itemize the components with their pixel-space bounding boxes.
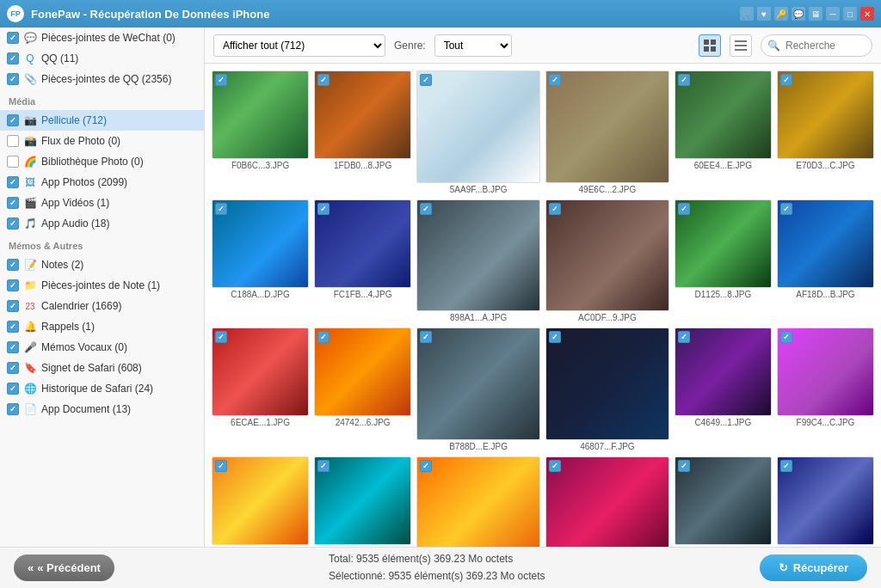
sidebar-checkbox-qq[interactable] [7,52,19,64]
photo-cell-p18[interactable]: ✓F99C4...C.JPG [777,328,874,451]
photo-checkbox-p1[interactable]: ✓ [215,74,227,86]
chat-button[interactable]: 💬 [792,7,805,21]
sidebar-item-signet[interactable]: 🔖 Signet de Safari (608) [0,358,204,378]
sidebar-checkbox-flux[interactable] [7,135,19,147]
photo-cell-p1[interactable]: ✓F0B6C...3.JPG [212,70,309,194]
min-button[interactable]: ─ [826,7,840,21]
sidebar-item-pellicule[interactable]: 📷 Pellicule (712) [0,110,204,131]
photo-cell-p12[interactable]: ✓AF18D...B.JPG [777,199,874,323]
photo-checkbox-p8[interactable]: ✓ [317,203,330,215]
photo-checkbox-p7[interactable]: ✓ [215,203,227,215]
photo-checkbox-p23[interactable]: ✓ [678,460,690,472]
photo-checkbox-p19[interactable]: ✓ [215,460,227,472]
sidebar-checkbox-signet[interactable] [7,362,19,374]
photo-checkbox-p3[interactable]: ✓ [420,74,432,86]
photo-checkbox-p16[interactable]: ✓ [549,331,561,343]
photo-checkbox-p14[interactable]: ✓ [317,331,330,343]
photo-checkbox-p6[interactable]: ✓ [780,74,792,86]
sidebar-checkbox-qq-attach[interactable] [7,73,19,85]
grid-view-button[interactable] [699,34,721,57]
sidebar-item-app-audio[interactable]: 🎵 App Audio (18) [0,213,204,234]
sidebar-checkbox-pellicule[interactable] [7,114,19,126]
photo-checkbox-p18[interactable]: ✓ [780,331,792,343]
photo-cell-p6[interactable]: ✓E70D3...C.JPG [777,70,874,194]
store-button[interactable]: ♥ [757,7,771,21]
photo-label-p17: C4649...1.JPG [675,418,772,427]
sidebar-item-calendrier[interactable]: 23 Calendrier (1669) [0,296,204,316]
photo-checkbox-p20[interactable]: ✓ [317,460,330,472]
sidebar-checkbox-cal[interactable] [7,300,19,312]
sidebar-item-app-doc[interactable]: 📄 App Document (13) [0,399,204,420]
sidebar-item-app-videos[interactable]: 🎬 App Vidéos (1) [0,193,204,213]
display-select[interactable]: Afficher tout (712) [213,34,385,57]
photo-checkbox-p9[interactable]: ✓ [420,203,432,215]
photo-cell-p10[interactable]: ✓AC0DF...9.JPG [545,199,669,323]
photo-cell-p24[interactable]: ✓6C352...B.JPG [777,456,874,547]
photo-checkbox-p12[interactable]: ✓ [780,203,792,215]
sidebar-checkbox-app-photos[interactable] [7,176,19,188]
photo-checkbox-p15[interactable]: ✓ [420,331,432,343]
photo-cell-p5[interactable]: ✓60EE4...E.JPG [675,70,772,194]
photo-cell-p11[interactable]: ✓D1125...8.JPG [675,199,772,323]
photo-cell-p21[interactable]: ✓176FF...A.JPG [416,456,540,547]
sidebar-item-qq-attach[interactable]: 📎 Pièces-jointes de QQ (2356) [0,69,204,89]
photo-cell-p8[interactable]: ✓FC1FB...4.JPG [314,199,411,323]
photo-checkbox-p5[interactable]: ✓ [678,74,690,86]
sidebar-item-flux-photo[interactable]: 📸 Flux de Photo (0) [0,131,204,151]
photo-cell-p4[interactable]: ✓49E6C...2.JPG [545,70,669,194]
sidebar-checkbox-rappels[interactable] [7,321,19,333]
sidebar-checkbox-notes[interactable] [7,259,19,271]
photo-cell-p9[interactable]: ✓898A1...A.JPG [416,199,540,323]
sidebar-checkbox-biblio[interactable] [7,156,19,168]
photo-cell-p22[interactable]: ✓B3047...B.JPG [545,456,669,547]
sidebar-item-wechat[interactable]: 💬 Pièces-jointes de WeChat (0) [0,28,204,48]
genre-select[interactable]: Tout Photos Vidéos [434,34,512,57]
sidebar-item-app-photos[interactable]: 🖼 App Photos (2099) [0,172,204,193]
sidebar-checkbox-app-audio[interactable] [7,217,19,230]
monitor-button[interactable]: 🖥 [809,7,822,21]
photo-cell-p2[interactable]: ✓1FDB0...8.JPG [314,70,411,194]
photo-cell-p15[interactable]: ✓B788D...E.JPG [416,328,540,451]
sidebar-checkbox-app-videos[interactable] [7,197,19,209]
sidebar-label-wechat: Pièces-jointes de WeChat (0) [41,32,176,44]
photo-checkbox-p11[interactable]: ✓ [678,203,690,215]
recover-button[interactable]: ↻ Récupérer [760,554,867,581]
photo-cell-p19[interactable]: ✓C70D6...1.JPG [212,456,309,547]
sidebar-checkbox-app-doc[interactable] [7,403,19,415]
photo-checkbox-p22[interactable]: ✓ [549,460,561,472]
search-input[interactable] [761,34,872,57]
sidebar-item-historique[interactable]: 🌐 Historique de Safari (24) [0,378,204,399]
photo-cell-p17[interactable]: ✓C4649...1.JPG [675,328,772,451]
photo-cell-p16[interactable]: ✓46807...F.JPG [545,328,669,451]
key-button[interactable]: 🔑 [774,7,788,21]
sidebar-item-notes[interactable]: 📝 Notes (2) [0,254,204,275]
minimize-button[interactable]: 🛒 [740,7,754,21]
list-view-button[interactable] [730,34,752,57]
photo-checkbox-p2[interactable]: ✓ [317,74,330,86]
sidebar-item-rappels[interactable]: 🔔 Rappels (1) [0,316,204,337]
photo-cell-p3[interactable]: ✓5AA9F...B.JPG [416,70,540,194]
photo-cell-p13[interactable]: ✓6ECAE...1.JPG [212,328,309,451]
sidebar-item-notes-attach[interactable]: 📁 Pièces-jointes de Note (1) [0,275,204,296]
photo-cell-p14[interactable]: ✓24742...6.JPG [314,328,411,451]
sidebar-item-biblio[interactable]: 🌈 Bibliothèque Photo (0) [0,151,204,172]
photo-label-p1: F0B6C...3.JPG [212,161,309,170]
photo-checkbox-p4[interactable]: ✓ [549,74,561,86]
photo-cell-p20[interactable]: ✓72E7F...2.JPG [314,456,411,547]
photo-cell-p23[interactable]: ✓4AC4F...4.JPG [675,456,772,547]
max-button[interactable]: □ [843,7,857,21]
photo-checkbox-p17[interactable]: ✓ [678,331,690,343]
photo-checkbox-p13[interactable]: ✓ [215,331,227,343]
sidebar-item-memos-vocaux[interactable]: 🎤 Mémos Vocaux (0) [0,337,204,358]
sidebar-checkbox-historique[interactable] [7,383,19,395]
sidebar-checkbox-wechat[interactable] [7,32,19,44]
sidebar-checkbox-memos-vocaux[interactable] [7,341,19,353]
sidebar-checkbox-notes-attach[interactable] [7,279,19,291]
photo-cell-p7[interactable]: ✓C188A...D.JPG [212,199,309,323]
prev-button[interactable]: « « Précédent [14,554,114,581]
close-button[interactable]: ✕ [860,7,874,21]
photo-checkbox-p10[interactable]: ✓ [549,203,561,215]
photo-checkbox-p21[interactable]: ✓ [420,460,432,472]
photo-checkbox-p24[interactable]: ✓ [780,460,792,472]
sidebar-item-qq[interactable]: Q QQ (11) [0,48,204,69]
